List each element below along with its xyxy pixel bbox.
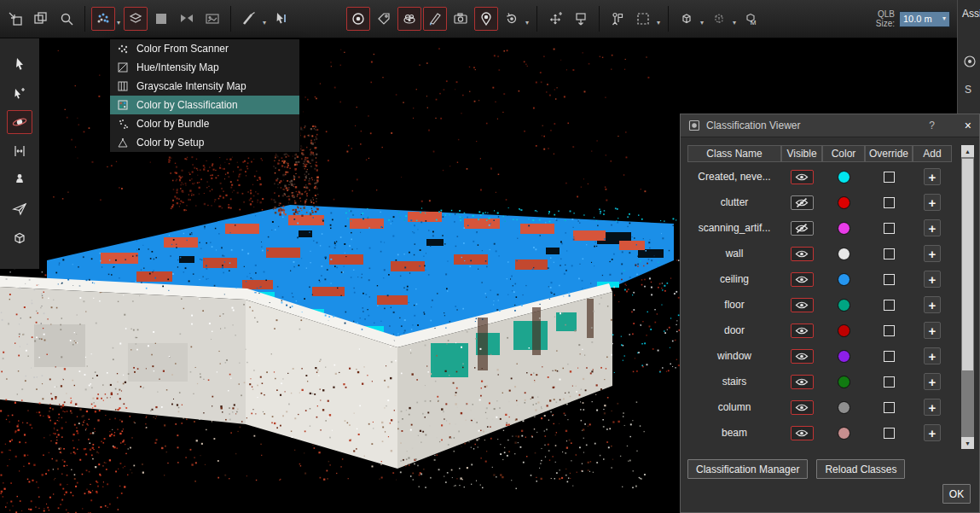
close-icon[interactable]: ×	[965, 119, 971, 132]
panel-icon	[688, 120, 700, 131]
override-checkbox[interactable]	[884, 351, 895, 362]
add-button[interactable]: +	[924, 347, 941, 364]
color-from-scanner-button[interactable]	[91, 7, 115, 31]
point-layers-button[interactable]	[124, 7, 148, 31]
color-swatch[interactable]	[838, 196, 850, 209]
selection-box-button[interactable]	[631, 7, 655, 31]
menu-item-grayscale-intensity[interactable]: Grayscale Intensity Map	[110, 77, 299, 96]
overview-button[interactable]	[7, 226, 32, 250]
panorama-button[interactable]	[175, 7, 199, 31]
toolbar-separator	[84, 6, 85, 32]
drop-setup-button[interactable]	[569, 7, 593, 31]
menu-item-color-from-scanner[interactable]: Color From Scanner	[110, 39, 299, 58]
visibility-toggle[interactable]	[791, 298, 814, 312]
menu-item-hue-intensity[interactable]: Hue/Intensity Map	[110, 58, 299, 77]
help-button[interactable]: ?	[929, 120, 935, 131]
menu-item-color-by-bundle[interactable]: Color by Bundle	[110, 114, 299, 133]
table-scrollbar[interactable]: ▲ ▼	[961, 145, 974, 449]
override-checkbox[interactable]	[884, 376, 895, 388]
scroll-up-button[interactable]: ▲	[961, 145, 974, 157]
visibility-toggle[interactable]	[791, 272, 814, 287]
duplicate-view-button[interactable]	[29, 7, 53, 31]
visibility-toggle[interactable]	[791, 324, 814, 338]
visibility-toggle[interactable]	[791, 247, 814, 261]
chevron-down-icon[interactable]: ▾	[657, 20, 660, 26]
color-swatch[interactable]	[838, 222, 850, 235]
cube-measure-button[interactable]: M	[739, 7, 763, 31]
location-pin-button[interactable]	[474, 7, 498, 31]
menu-item-color-by-setup[interactable]: Color by Setup	[110, 133, 299, 152]
chevron-down-icon[interactable]: ▾	[733, 20, 736, 26]
add-button[interactable]: +	[924, 245, 941, 262]
add-button[interactable]: +	[924, 424, 941, 441]
image-button[interactable]	[200, 7, 224, 31]
move-axes-button[interactable]	[543, 7, 567, 31]
clipping-box-button[interactable]	[675, 7, 699, 31]
override-checkbox[interactable]	[884, 223, 895, 234]
color-swatch[interactable]	[838, 401, 850, 414]
chevron-down-icon[interactable]: ▾	[700, 20, 704, 26]
import-scan-button[interactable]	[3, 7, 27, 31]
add-button[interactable]: +	[924, 271, 941, 288]
class-table: Created, neve... + clutter + scanning_ar…	[681, 164, 979, 446]
override-checkbox[interactable]	[884, 428, 895, 439]
override-checkbox[interactable]	[884, 248, 895, 259]
color-swatch[interactable]	[838, 427, 850, 440]
color-swatch[interactable]	[838, 299, 850, 312]
cloud-annotation-button[interactable]	[397, 7, 421, 31]
visibility-toggle[interactable]	[791, 375, 814, 389]
add-button[interactable]: +	[924, 296, 941, 313]
orbit-button[interactable]	[7, 110, 32, 134]
walkthrough-button[interactable]	[7, 168, 32, 192]
tag-button[interactable]	[372, 7, 396, 31]
color-swatch[interactable]	[838, 273, 850, 286]
fly-button[interactable]	[7, 197, 32, 221]
qlb-size-input[interactable]: 10.0 m ▾	[899, 11, 950, 27]
person-flag-button[interactable]	[606, 7, 629, 31]
select-points-button[interactable]	[7, 81, 32, 105]
ok-button[interactable]: OK	[942, 484, 971, 504]
color-swatch[interactable]	[838, 248, 850, 260]
chevron-down-icon[interactable]: ▾	[117, 20, 120, 26]
clipping-box-dim-button[interactable]	[707, 7, 731, 31]
chevron-down-icon[interactable]: ▾	[525, 20, 529, 26]
pan-button[interactable]	[7, 139, 32, 163]
color-swatch[interactable]	[838, 171, 850, 184]
visibility-toggle[interactable]	[791, 426, 814, 440]
override-checkbox[interactable]	[884, 325, 895, 336]
add-button[interactable]: +	[924, 399, 941, 416]
override-checkbox[interactable]	[884, 402, 895, 413]
visibility-toggle[interactable]	[791, 349, 814, 364]
chevron-down-icon[interactable]: ▾	[263, 20, 266, 26]
override-checkbox[interactable]	[884, 172, 895, 183]
color-swatch[interactable]	[838, 376, 850, 388]
cursor-probe-button[interactable]	[270, 7, 293, 31]
menu-item-color-by-classification[interactable]: Color by Classification	[110, 96, 299, 114]
visibility-toggle[interactable]	[791, 170, 814, 184]
visibility-toggle[interactable]	[791, 400, 814, 415]
select-cursor-button[interactable]	[7, 52, 32, 76]
color-swatch[interactable]	[838, 350, 850, 363]
visibility-toggle[interactable]	[791, 221, 814, 236]
brush-tool-button[interactable]	[237, 7, 261, 31]
visibility-toggle[interactable]	[791, 195, 814, 210]
zoom-button[interactable]	[55, 7, 78, 31]
classification-manager-button[interactable]: Classification Manager	[687, 459, 808, 479]
color-swatch[interactable]	[838, 324, 850, 337]
override-checkbox[interactable]	[884, 300, 895, 311]
reload-classes-button[interactable]: Reload Classes	[816, 459, 905, 479]
camera-button[interactable]	[449, 7, 473, 31]
add-button[interactable]: +	[924, 194, 941, 211]
override-checkbox[interactable]	[884, 274, 895, 285]
scrollbar-thumb[interactable]	[962, 159, 973, 370]
add-button[interactable]: +	[924, 373, 941, 390]
override-checkbox[interactable]	[884, 197, 895, 208]
solid-color-button[interactable]	[149, 7, 173, 31]
marker-pen-button[interactable]	[423, 7, 447, 31]
rotate-tool-button[interactable]	[500, 7, 524, 31]
add-button[interactable]: +	[924, 219, 941, 236]
scroll-down-button[interactable]: ▼	[961, 437, 974, 449]
add-button[interactable]: +	[924, 168, 941, 185]
target-marker-button[interactable]	[346, 7, 370, 31]
add-button[interactable]: +	[924, 322, 941, 339]
